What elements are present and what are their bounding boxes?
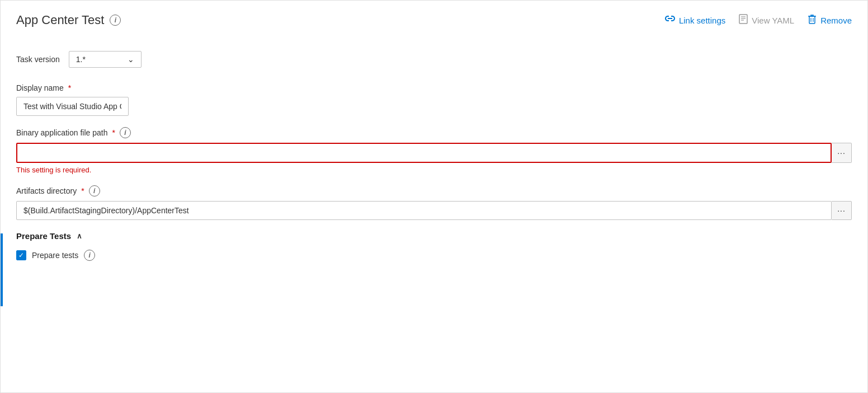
link-settings-label: Link settings — [679, 16, 725, 25]
header-actions: Link settings View YAML — [665, 12, 852, 29]
binary-file-path-error: This setting is required. — [16, 166, 852, 174]
yaml-icon — [739, 14, 748, 26]
prepare-tests-checkbox-label: Prepare tests — [32, 251, 78, 260]
display-name-label: Display name — [16, 83, 64, 92]
display-name-label-row: Display name * — [16, 83, 852, 92]
display-name-section: Display name * — [16, 83, 852, 116]
artifacts-ellipsis-icon: ··· — [837, 206, 846, 215]
artifacts-directory-label-row: Artifacts directory * i — [16, 185, 852, 196]
display-name-input[interactable] — [16, 97, 129, 116]
title-info-icon[interactable]: i — [110, 15, 121, 26]
artifacts-directory-input-row: ··· — [16, 201, 852, 220]
task-version-select[interactable]: 1.* ⌄ — [69, 51, 141, 68]
binary-file-path-browse-button[interactable]: ··· — [832, 143, 852, 163]
prepare-tests-header[interactable]: Prepare Tests ∧ — [16, 231, 852, 241]
artifacts-directory-browse-button[interactable]: ··· — [832, 201, 852, 220]
binary-file-path-info-icon[interactable]: i — [120, 127, 131, 138]
view-yaml-label: View YAML — [752, 16, 794, 25]
artifacts-directory-required: * — [81, 186, 84, 195]
prepare-tests-info-icon[interactable]: i — [84, 250, 95, 261]
svg-rect-0 — [739, 15, 747, 24]
view-yaml-button[interactable]: View YAML — [739, 12, 794, 29]
prepare-tests-checkbox[interactable]: ✓ — [16, 250, 26, 260]
artifacts-directory-section: Artifacts directory * i ··· — [16, 185, 852, 220]
binary-file-path-label: Binary application file path — [16, 128, 107, 137]
link-icon — [665, 15, 675, 25]
task-version-label: Task version — [16, 55, 60, 64]
prepare-tests-section: Prepare Tests ∧ ✓ Prepare tests i — [16, 231, 852, 261]
binary-file-path-label-row: Binary application file path * i — [16, 127, 852, 138]
panel-title: App Center Test — [16, 13, 104, 27]
link-settings-button[interactable]: Link settings — [665, 13, 725, 27]
binary-file-path-input[interactable] — [16, 143, 832, 163]
app-center-test-panel: App Center Test i Link settings — [0, 0, 868, 393]
binary-file-path-input-row: ··· — [16, 143, 852, 163]
trash-icon — [808, 14, 817, 26]
prepare-tests-label: Prepare Tests — [16, 231, 71, 241]
artifacts-directory-label: Artifacts directory — [16, 186, 77, 195]
display-name-required: * — [68, 83, 71, 92]
checkmark-icon: ✓ — [18, 252, 24, 259]
task-version-row: Task version 1.* ⌄ — [16, 51, 852, 68]
panel-header: App Center Test i Link settings — [1, 1, 867, 38]
collapse-icon: ∧ — [77, 232, 82, 240]
ellipsis-icon: ··· — [837, 148, 846, 157]
remove-button[interactable]: Remove — [808, 12, 852, 29]
artifacts-directory-info-icon[interactable]: i — [89, 185, 100, 196]
binary-file-path-section: Binary application file path * i ··· Thi… — [16, 127, 852, 174]
prepare-tests-checkbox-row: ✓ Prepare tests i — [16, 250, 852, 261]
artifacts-directory-input[interactable] — [16, 201, 832, 220]
binary-file-path-required: * — [112, 128, 115, 137]
task-version-value: 1.* — [76, 55, 86, 64]
panel-body: Task version 1.* ⌄ Display name * Binary… — [1, 38, 867, 288]
title-area: App Center Test i — [16, 13, 121, 27]
remove-label: Remove — [820, 16, 852, 25]
chevron-down-icon: ⌄ — [128, 55, 134, 64]
